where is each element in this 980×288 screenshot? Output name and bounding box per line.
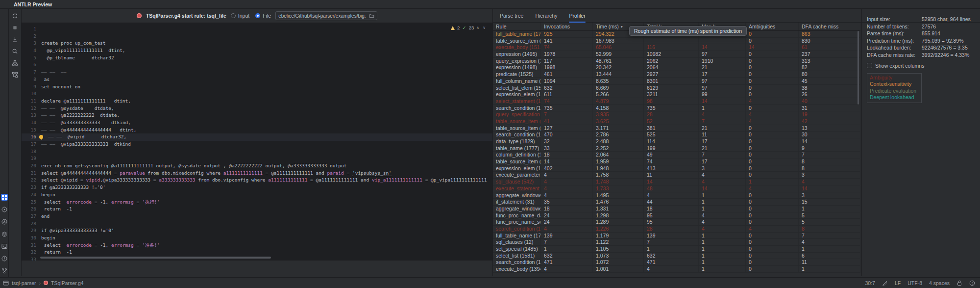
profiler-structure-icon[interactable] xyxy=(11,59,19,67)
services-icon[interactable] xyxy=(1,231,8,237)
code-line[interactable]: 29if @vipa333333333333 !='0' xyxy=(22,227,492,235)
table-row[interactable]: search_condition (1517)4702.78652511030 xyxy=(493,131,860,138)
show-expert-columns-checkbox[interactable] xyxy=(867,63,872,68)
code-line[interactable]: 25 select errorcode = -1, errormsg = '执行… xyxy=(22,199,492,206)
breadcrumb-project[interactable]: tsql-parser xyxy=(12,280,36,286)
code-line[interactable]: 12–– –– @sysdate dtdate, xyxy=(22,105,492,112)
code-line[interactable]: 2 xyxy=(22,33,492,40)
code-line[interactable]: 20exec nb_com_getsysconfig @a11111111111… xyxy=(22,162,492,170)
table-row[interactable]: select_statement (15...744.8799814440 xyxy=(493,98,860,105)
readonly-icon[interactable] xyxy=(882,280,888,286)
table-row[interactable]: predicate (1525)46113.444292717080 xyxy=(493,71,860,78)
indent-selector[interactable]: 4 spaces xyxy=(929,280,950,286)
table-row[interactable]: full_table_name (1773)1391.179139107 xyxy=(493,233,860,239)
editor-horizontal-scrollbar[interactable] xyxy=(40,257,271,259)
table-row[interactable]: execute_statement (7...41.7334814414 xyxy=(493,185,860,192)
code-line[interactable]: 23if @a333333333333 !='0' xyxy=(22,184,492,191)
table-row[interactable]: search_condition (15...41.22628448 xyxy=(493,226,860,233)
next-problem-icon[interactable]: ∨ xyxy=(483,26,487,30)
code-line[interactable]: 30begin xyxy=(22,235,492,242)
tab-hierarchy[interactable]: Hierarchy xyxy=(535,9,557,23)
table-row[interactable]: expression (1495)197852.99910982970237 xyxy=(493,51,860,58)
code-line[interactable]: 5 @p_tblname dtchar32 xyxy=(22,54,492,62)
code-line[interactable]: 22select @vipid = vipid,@vipa33333333333… xyxy=(22,177,492,184)
table-row[interactable]: table_source_item (15...413.625527442 xyxy=(493,118,860,125)
code-line[interactable]: 1 xyxy=(22,26,492,33)
column-header-dfa-cache-miss[interactable]: DFA cache miss xyxy=(799,23,860,30)
code-line[interactable]: 4 @p_vipa1111111111111 dtint, xyxy=(22,47,492,54)
column-header-invocations[interactable]: Invocations xyxy=(541,23,593,30)
table-row[interactable]: aggregate_windowed...181.33118101 xyxy=(493,206,860,212)
lightbulb-icon[interactable] xyxy=(39,135,43,139)
code-line[interactable]: 8 as xyxy=(22,76,492,83)
tab-parse-tree[interactable]: Parse tree xyxy=(500,9,523,23)
table-row[interactable]: select_list_elem (1592)6326.669612997038 xyxy=(493,85,860,92)
caret-position[interactable]: 30:7 xyxy=(865,280,875,286)
code-line[interactable]: 13–– –– @a2222222222 dtdate, xyxy=(22,112,492,119)
code-line[interactable]: 31 select errorcode = -1, errormsg = '准备… xyxy=(22,242,492,249)
table-row[interactable]: search_condition (1516)4711.0724711011 xyxy=(493,259,860,266)
code-line[interactable]: 32 return -1 xyxy=(22,249,492,256)
code-line[interactable]: 28 xyxy=(22,220,492,228)
table-row[interactable]: if_statement (31)351.476441015 xyxy=(493,199,860,206)
table-row[interactable]: search_condition (1519)7354.1587351031 xyxy=(493,105,860,112)
table-row[interactable]: sql_clause (542)41.74814414 xyxy=(493,179,860,185)
code-line[interactable]: 17–– –– @vipa333333333333 dtkind xyxy=(22,141,492,148)
code-line[interactable]: 27end xyxy=(22,213,492,220)
table-row[interactable]: select_list (1581)6321.073632106 xyxy=(493,253,860,260)
table-row[interactable]: expression_elem (1590)6115.266321199026 xyxy=(493,91,860,98)
profiler-table-body[interactable]: full_table_name (1775)925294.3220863tabl… xyxy=(493,31,860,276)
problems-icon[interactable] xyxy=(1,255,8,262)
code-line[interactable]: 3create proc up_com_test xyxy=(22,40,492,47)
preview-tool-window-icon[interactable] xyxy=(1,194,8,201)
radio-selected-icon[interactable] xyxy=(255,13,260,18)
table-row[interactable]: aggregate_windowed...41.4954103 xyxy=(493,192,860,199)
terminal-icon[interactable] xyxy=(1,243,8,250)
table-row[interactable]: column_definition (1421)182.06449707 xyxy=(493,152,860,158)
code-line[interactable]: 10 xyxy=(22,90,492,98)
table-row[interactable]: table_source_item (15...1273.17138121013 xyxy=(493,125,860,132)
version-control-icon[interactable] xyxy=(1,267,8,274)
line-ending-selector[interactable]: LF xyxy=(895,280,901,286)
code-line[interactable]: 16–– –– @vipid dtchar32, xyxy=(22,133,492,141)
table-scrollbar[interactable] xyxy=(858,31,859,105)
code-line[interactable]: 7–– –– –– xyxy=(22,69,492,76)
encoding-selector[interactable]: UTF-8 xyxy=(907,280,922,286)
table-row[interactable]: execute_parameter (1...41.75811403 xyxy=(493,172,860,179)
notifications-icon[interactable] xyxy=(969,280,975,286)
tab-profiler[interactable]: Profiler xyxy=(569,9,585,23)
parse-tree-icon[interactable] xyxy=(11,71,19,79)
breadcrumb-file[interactable]: TSqlParser.g4 xyxy=(51,280,84,286)
assistant-icon[interactable] xyxy=(1,218,8,225)
code-line[interactable]: 18 xyxy=(22,148,492,156)
refresh-icon[interactable] xyxy=(11,12,19,20)
sql-editor[interactable]: 123create proc up_com_test4 @p_vipa11111… xyxy=(22,23,492,261)
inspections-widget[interactable]: 2 ✓ 23 ∧ ∨ xyxy=(451,25,487,30)
table-row[interactable]: set_special (1485)11.1051101 xyxy=(493,246,860,253)
radio-icon[interactable] xyxy=(231,13,236,18)
code-line[interactable]: 19 xyxy=(22,155,492,162)
code-line[interactable]: 14–– –– @a333333333333 dtkind, xyxy=(22,119,492,127)
run-icon[interactable] xyxy=(1,206,8,213)
unlock-icon[interactable] xyxy=(956,280,962,286)
code-line[interactable]: 11declare @a1111111111111 dtint, xyxy=(22,98,492,105)
stop-icon[interactable] xyxy=(11,24,19,31)
table-row[interactable]: data_type (1829)322.48811417014 xyxy=(493,138,860,145)
table-row[interactable]: execute_body (151...7465.046116141461 xyxy=(493,44,860,51)
column-header-rule[interactable]: Rule xyxy=(493,23,541,30)
table-row[interactable]: table_source_item (16...141167.9830830 xyxy=(493,38,860,45)
radio-option-file[interactable]: File xyxy=(255,13,271,19)
code-line[interactable]: 21select @a4444444444444444 = paravalue … xyxy=(22,170,492,177)
table-row[interactable]: full_column_name (17...10948.63583019704… xyxy=(493,78,860,85)
code-line[interactable]: 26 return -1 xyxy=(22,206,492,213)
file-path-field[interactable]: ebelice/Github/tsql-parser/examples/big.… xyxy=(275,11,377,20)
code-line[interactable]: 9set nocount on xyxy=(22,83,492,91)
table-row[interactable]: execute_body (1394)41.0014101 xyxy=(493,266,860,273)
table-row[interactable]: sql_clauses (12)71.1227104 xyxy=(493,239,860,246)
table-row[interactable]: query_specification (...73.935284419 xyxy=(493,111,860,118)
code-line[interactable]: 24begin xyxy=(22,191,492,199)
radio-option-input[interactable]: Input xyxy=(231,13,249,19)
table-row[interactable]: func_proc_name_serv...241.28995405 xyxy=(493,219,860,226)
column-header-ambiguities[interactable]: Ambiguities xyxy=(746,23,799,30)
table-row[interactable]: table_source_item (15...141.959741708 xyxy=(493,158,860,165)
